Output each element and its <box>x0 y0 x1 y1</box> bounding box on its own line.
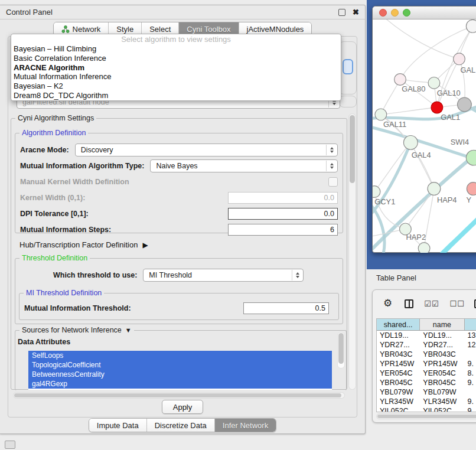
tab-network-label: Network <box>73 25 101 34</box>
settings-vertical-scrollbar[interactable] <box>348 113 356 390</box>
occluded-combo-focus-fragment <box>343 59 353 74</box>
table-row[interactable]: YDR27...YDR27...12 <box>377 340 476 350</box>
column-header-name[interactable]: name <box>420 319 464 330</box>
minimize-traffic-light-icon[interactable] <box>391 9 399 17</box>
algorithm-definition-title: Algorithm Definition <box>19 129 88 137</box>
which-threshold-combo[interactable]: MI Threshold <box>143 269 304 282</box>
collapse-arrow-icon[interactable]: ▼ <box>125 326 132 334</box>
tab-infer-network[interactable]: Infer Network <box>215 419 276 432</box>
dropdown-item-bayesian-hill-climbing[interactable]: Bayesian – Hill Climbing <box>11 44 341 54</box>
mi-steps-field[interactable]: 6 <box>228 224 338 236</box>
node-label: GAL1 <box>441 113 460 122</box>
cell: YBL079W <box>420 387 464 397</box>
close-traffic-light-icon[interactable] <box>379 9 387 17</box>
tab-select-label: Select <box>149 25 171 34</box>
control-panel-title: Control Panel <box>6 8 53 17</box>
table-hscroll-thumb[interactable] <box>377 415 476 418</box>
mi-type-combo[interactable]: Naive Bayes <box>150 159 338 172</box>
cell: YDL19... <box>377 331 420 340</box>
tab-infer-network-label: Infer Network <box>223 421 268 430</box>
list-item[interactable]: SelfLoops <box>28 351 332 360</box>
column-header-cut[interactable] <box>465 319 476 330</box>
kernel-width-field[interactable]: 0.0 <box>228 192 338 204</box>
network-node-gray[interactable] <box>458 97 472 112</box>
cell: 9. <box>465 406 476 412</box>
dropdown-item-mutual-information[interactable]: Mutual Information Inference <box>11 72 341 81</box>
network-node-cut[interactable] <box>466 19 476 32</box>
gear-icon[interactable]: ⚙ <box>383 298 392 309</box>
table-row[interactable]: YIL052CYIL052C9. <box>377 406 476 412</box>
table-panel-window: ⚙ ☑☑ ☐☐ shared... name YDL19...YDL19...1… <box>372 289 476 423</box>
hub-definition-expander[interactable]: Hub/Transcription Factor Definition ▶ <box>19 240 148 249</box>
apply-button[interactable]: Apply <box>162 400 203 414</box>
attributes-scrollbar[interactable] <box>337 332 345 369</box>
column-header-shared-name[interactable]: shared... <box>377 319 420 330</box>
tab-impute-data[interactable]: Impute Data <box>89 419 147 432</box>
network-view-window: GAL GAL80 GAL10 GAL1 GAL11 GAL4 SWI4 GCY… <box>372 6 476 253</box>
network-node-gal4[interactable] <box>403 136 418 150</box>
cell: YIL052C <box>377 406 420 412</box>
manual-kernel-checkbox[interactable] <box>328 177 338 187</box>
mi-threshold-value: 0.5 <box>315 304 325 312</box>
data-attributes-label: Data Attributes <box>18 338 70 346</box>
node-label: SWI4 <box>451 138 469 146</box>
mi-threshold-field[interactable]: 0.5 <box>243 302 329 314</box>
network-canvas[interactable]: GAL GAL80 GAL10 GAL1 GAL11 GAL4 SWI4 GCY… <box>373 19 476 253</box>
network-node-gcy1[interactable] <box>373 186 380 198</box>
dropdown-item-aracne[interactable]: ARACNE Algorithm <box>11 63 341 73</box>
node-label: GCY1 <box>374 197 395 206</box>
collapsed-panel-grip[interactable] <box>5 441 15 449</box>
close-icon[interactable]: ✖ <box>353 9 359 15</box>
dropdown-item-bayesian-k2[interactable]: Bayesian – K2 <box>11 81 341 91</box>
threshold-definition-group: Threshold Definition Which threshold to … <box>15 258 343 324</box>
split-view-icon[interactable] <box>405 299 413 308</box>
tab-cyni-toolbox-label: Cyni Toolbox <box>187 25 230 34</box>
mi-steps-value: 6 <box>330 226 334 234</box>
network-node-gal10[interactable] <box>428 77 440 89</box>
unchecked-columns-icon[interactable]: ☐☐ <box>450 299 465 308</box>
cell <box>465 350 476 359</box>
cell: 9. <box>465 378 476 387</box>
table-row[interactable]: YBL079WYBL079W <box>377 387 476 397</box>
tab-impute-data-label: Impute Data <box>97 421 139 430</box>
list-item[interactable]: TopologicalCoefficient <box>28 360 332 370</box>
settings-hscroll-thumb[interactable] <box>14 393 341 397</box>
cyni-algorithm-settings-group: Cyni Algorithm Settings Algorithm Defini… <box>11 118 347 390</box>
table-row[interactable]: YBR045CYBR045C9. <box>377 378 476 387</box>
cell: YPR145W <box>377 359 420 369</box>
checked-columns-icon[interactable]: ☑☑ <box>424 299 439 308</box>
expand-arrow-icon: ▶ <box>142 241 148 249</box>
network-node-gal11[interactable] <box>375 109 387 120</box>
table-row[interactable]: YER054CYER054C8. <box>377 369 476 378</box>
dropdown-item-basic-correlation[interactable]: Basic Correlation Inference <box>11 54 341 63</box>
network-node-hap4[interactable] <box>428 182 441 195</box>
dropdown-item-dream8[interactable]: Dream8 DC_TDC Algorithm <box>11 91 341 100</box>
attributes-scrollbar-thumb[interactable] <box>338 333 344 364</box>
node-label: GAL4 <box>412 151 431 159</box>
node-label: GAL10 <box>437 89 461 97</box>
settings-horizontal-scrollbar[interactable] <box>13 392 345 399</box>
table-row[interactable]: YDL19...YDL19...13 <box>377 331 476 340</box>
table-horizontal-scrollbar[interactable] <box>376 413 476 419</box>
list-item[interactable]: BetweennessCentrality <box>28 370 332 379</box>
network-node-gal80[interactable] <box>395 74 406 86</box>
tab-discretize-data[interactable]: Discretize Data <box>147 419 215 432</box>
cell: YLR345W <box>420 397 464 406</box>
network-node-gal-cut[interactable] <box>454 53 465 65</box>
aracne-mode-combo[interactable]: Discovery <box>75 144 338 156</box>
combo-stepper-icon <box>326 161 337 171</box>
dpi-tolerance-field[interactable]: 0.0 <box>228 208 338 220</box>
network-node-y-cut[interactable] <box>467 182 476 195</box>
aracne-mode-value: Discovery <box>81 146 113 154</box>
table-row[interactable]: YBR043CYBR043C <box>377 350 476 359</box>
node-label: HAP4 <box>437 195 457 204</box>
float-window-icon[interactable] <box>338 9 345 16</box>
list-item[interactable]: gal4RGexp <box>28 379 332 389</box>
table-row[interactable]: YPR145WYPR145W9. <box>377 359 476 369</box>
mi-threshold-group-title: MI Threshold Definition <box>24 289 104 297</box>
table-row[interactable]: YLR345WYLR345W9. <box>377 397 476 406</box>
network-node-gal1-selected[interactable] <box>431 102 443 113</box>
network-node-bottom-cut[interactable] <box>418 243 430 253</box>
settings-vscroll-thumb[interactable] <box>350 115 355 183</box>
zoom-traffic-light-icon[interactable] <box>403 9 410 17</box>
